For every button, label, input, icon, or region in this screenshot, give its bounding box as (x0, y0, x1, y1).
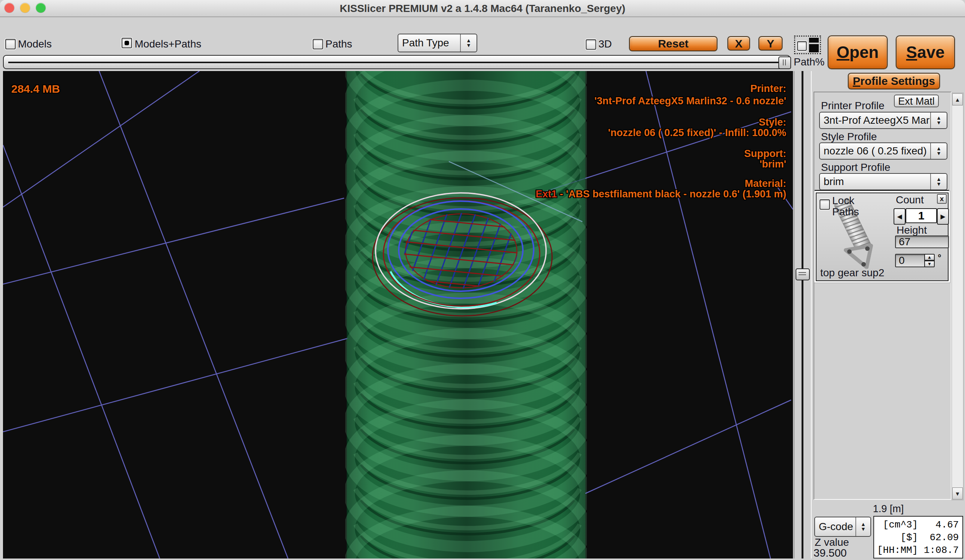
spinner-down-icon: ▼ (860, 527, 866, 532)
open-button-label: Open (831, 43, 885, 62)
settings-panel: Profile Settings Ext Matl Printer Profil… (812, 71, 965, 560)
layer-z-slider-handle[interactable] (796, 268, 810, 280)
material-extruder: Ext1 (536, 188, 557, 200)
count-increment-button[interactable]: ▶ (937, 208, 949, 225)
path-type-dropdown-value: Path Type (398, 34, 460, 52)
style-profile-spinner[interactable]: ▲ ▼ (930, 143, 947, 159)
save-button-label: Save (899, 43, 952, 62)
ext-matl-button[interactable]: Ext Matl (894, 95, 939, 107)
scroll-down-icon: ▼ (955, 490, 960, 497)
models-paths-label: Models+Paths (135, 39, 201, 50)
printer-value: '3nt-Prof AzteegX5 Marlin32 - 0.6 nozzle… (536, 96, 786, 106)
threed-label: 3D (599, 39, 612, 50)
support-profile-spinner[interactable]: ▲ ▼ (930, 174, 947, 189)
spinner-up-icon[interactable]: ▲ (924, 254, 935, 261)
x-axis-button[interactable]: X (728, 36, 750, 51)
checked-dot-icon (124, 41, 129, 45)
path-percent-label: Path% (794, 56, 825, 68)
height-field[interactable]: 67 (895, 235, 949, 248)
paths-label: Paths (325, 39, 352, 50)
lock-paths-label: Paths (832, 206, 859, 217)
support-value: 'brim' (536, 159, 786, 169)
spinner-down-icon: ▼ (936, 182, 941, 186)
step-left-icon: ◀ (897, 213, 902, 220)
models-paths-checkbox[interactable] (121, 38, 132, 48)
window-title: KISSlicer PREMIUM v2 a 1.4.8 Mac64 (Tara… (0, 3, 965, 15)
slider-track[interactable] (8, 62, 779, 63)
printer-profile-value: 3nt-Prof AzteegX5 Marli (820, 113, 930, 128)
list-separator (815, 190, 949, 192)
path-percent-group (794, 36, 821, 54)
style-label: Style: (536, 117, 786, 127)
print-stats-box: [cm^3] 4.67 [$] 62.09 [HH:MM] 1:08.7 (873, 516, 963, 558)
lock-paths-checkbox[interactable] (819, 199, 830, 210)
material-value: Ext1 - 'ABS bestfilament black - nozzle … (536, 189, 786, 199)
rotation-unit-label: ° (938, 252, 941, 263)
rotation-field[interactable]: 0 (895, 254, 926, 267)
profile-settings-label: Profile Settings (851, 75, 937, 88)
open-button[interactable]: Open (828, 36, 888, 69)
support-label: Support: (536, 149, 786, 159)
y-axis-button[interactable]: Y (759, 36, 782, 51)
style-value: 'nozzle 06 ( 0.25 fixed)' - Infill: 100.… (536, 127, 786, 138)
layer-z-slider-track[interactable] (801, 71, 803, 558)
paths-checkbox[interactable] (313, 39, 323, 49)
layer-z-slider[interactable] (794, 71, 812, 558)
path-percent-icon (809, 38, 819, 42)
step-right-icon: ▶ (940, 213, 945, 220)
slice-info-overlay: Printer: '3nt-Prof AzteegX5 Marlin32 - 0… (536, 83, 786, 199)
filament-length-label: 1.9 [m] (847, 503, 929, 514)
style-profile-dropdown[interactable]: nozzle 06 ( 0.25 fixed) ▲ ▼ (819, 142, 947, 160)
memory-usage: 284.4 MB (11, 84, 60, 94)
viewport[interactable]: 284.4 MB Printer: '3nt-Prof AzteegX5 Mar… (3, 71, 793, 558)
count-value-field[interactable]: 1 (906, 208, 937, 223)
gcode-dropdown[interactable]: G-code ▲ ▼ (814, 517, 871, 537)
printer-profile-spinner[interactable]: ▲ ▼ (930, 113, 947, 128)
save-button[interactable]: Save (896, 36, 955, 69)
count-decrement-button[interactable]: ◀ (893, 208, 906, 225)
printer-label: Printer: (536, 83, 786, 94)
lock-paths-label: Lock (832, 195, 854, 206)
printer-profile-dropdown[interactable]: 3nt-Prof AzteegX5 Marli ▲ ▼ (819, 112, 947, 129)
z-value-label: Z value (815, 537, 849, 548)
printer-profile-label: Printer Profile (821, 100, 885, 111)
path-type-dropdown[interactable]: Path Type ▲ ▼ (397, 34, 477, 52)
spinner-down-icon: ▼ (936, 151, 941, 156)
slider-handle[interactable] (779, 56, 791, 69)
print-stats-text: [cm^3] 4.67 [$] 62.09 [HH:MM] 1:08.7 (877, 519, 959, 557)
models-label: Models (18, 39, 52, 50)
path-progress-slider[interactable] (3, 55, 790, 69)
gcode-spinner[interactable]: ▲ ▼ (855, 518, 870, 536)
scroll-up-icon: ▲ (955, 96, 960, 103)
support-profile-label: Support Profile (821, 162, 890, 173)
profiles-groupbox: Ext Matl Printer Profile 3nt-Prof Azteeg… (813, 91, 952, 500)
path-percent-checkbox[interactable] (797, 41, 807, 51)
remove-model-button[interactable]: x (937, 194, 947, 204)
model-name-label: top gear sup2 (820, 267, 884, 279)
scroll-up-button[interactable]: ▲ (952, 93, 963, 105)
count-label: Count (896, 194, 924, 206)
gcode-dropdown-value: G-code (815, 518, 855, 536)
height-label: Height (896, 225, 927, 236)
path-percent-icon (809, 44, 819, 52)
support-profile-dropdown[interactable]: brim ▲ ▼ (819, 173, 947, 190)
panel-scrollbar[interactable]: ▲ ▼ (952, 93, 963, 500)
spinner-down-icon[interactable]: ▼ (924, 261, 935, 267)
reset-button[interactable]: Reset (629, 36, 717, 51)
material-name: - 'ABS bestfilament black - nozzle 0.6' … (557, 188, 786, 200)
profile-settings-button[interactable]: Profile Settings (848, 73, 940, 89)
models-checkbox[interactable] (5, 39, 16, 49)
threed-checkbox[interactable] (586, 39, 596, 50)
material-label: Material: (536, 178, 786, 189)
support-profile-value: brim (820, 174, 930, 189)
rotation-spinner[interactable]: ▲ ▼ (924, 254, 935, 267)
style-profile-label: Style Profile (821, 131, 877, 142)
title-bar: KISSlicer PREMIUM v2 a 1.4.8 Mac64 (Tara… (0, 0, 965, 17)
spinner-down-icon: ▼ (466, 43, 471, 48)
model-list-item[interactable]: Lock Paths Count x ◀ 1 ▶ Height 67 0 ▲ ▼… (816, 193, 949, 281)
scroll-down-button[interactable]: ▼ (952, 488, 963, 500)
style-profile-value: nozzle 06 ( 0.25 fixed) (820, 143, 930, 159)
path-type-spinner[interactable]: ▲ ▼ (460, 34, 476, 52)
z-value: 39.500 (813, 547, 847, 558)
spinner-down-icon: ▼ (936, 120, 941, 125)
